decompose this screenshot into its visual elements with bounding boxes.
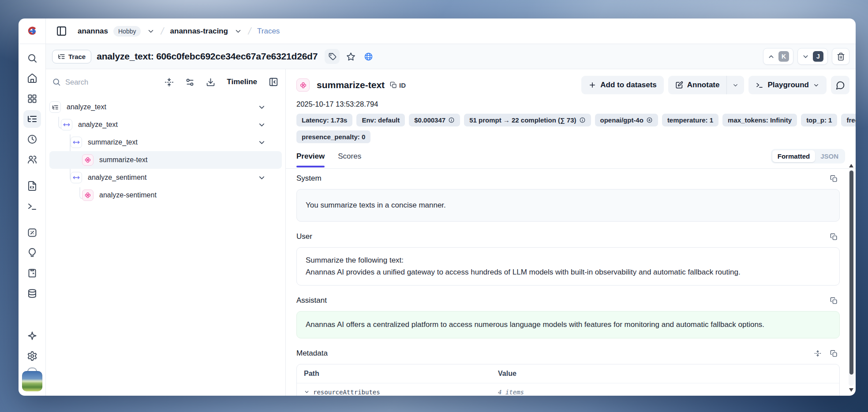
top-p-badge: top_p: 1	[801, 114, 837, 126]
project-switcher-button[interactable]	[234, 27, 242, 35]
tags-button[interactable]	[325, 49, 340, 64]
scrollbar-thumb[interactable]	[849, 171, 853, 375]
globe-icon	[364, 52, 373, 61]
collapse-panel-button[interactable]	[269, 77, 278, 87]
rail-search-button[interactable]	[23, 49, 41, 67]
chevron-down-icon	[147, 27, 155, 35]
copy-metadata-button[interactable]	[827, 347, 840, 360]
shortcut-key-badge: K	[778, 51, 789, 62]
next-trace-button[interactable]: J	[797, 48, 828, 65]
breadcrumb-traces-link[interactable]: Traces	[257, 27, 280, 36]
home-icon	[27, 73, 37, 84]
collapse-node-button[interactable]	[258, 103, 266, 111]
rail-tracing-button[interactable]	[23, 110, 41, 128]
format-json-option[interactable]: JSON	[815, 150, 844, 162]
scroll-up-arrow[interactable]	[849, 163, 853, 169]
edit-square-icon	[675, 81, 683, 89]
chevron-down-icon	[258, 103, 266, 111]
rail-annotation-queues-button[interactable]	[23, 264, 41, 282]
add-to-datasets-button[interactable]: Add to datasets	[581, 76, 664, 94]
bookmark-star-button[interactable]	[344, 50, 357, 63]
tree-node-generation[interactable]: analyze-sentiment	[49, 186, 282, 204]
chevron-down-icon	[304, 389, 310, 395]
rail-datasets-button[interactable]	[23, 285, 41, 302]
badge-row: presence_penalty: 0	[296, 130, 856, 143]
project-name[interactable]: anannas-tracing	[170, 27, 228, 36]
vertical-scrollbar[interactable]	[848, 163, 854, 393]
metadata-table: Path Value resourceAttributes 4 items	[296, 364, 840, 396]
sidebar-toggle-button[interactable]	[54, 24, 69, 39]
collapse-all-button[interactable]	[165, 78, 174, 87]
tree-node-span[interactable]: analyze_sentiment	[49, 169, 282, 186]
collapse-node-button[interactable]	[258, 121, 266, 129]
copy-user-button[interactable]	[827, 230, 840, 243]
comments-button[interactable]	[831, 76, 849, 94]
message-bubble-icon	[836, 81, 845, 90]
chevron-down-icon	[258, 138, 266, 147]
collapse-node-button[interactable]	[258, 138, 266, 147]
tree-search-input[interactable]	[65, 78, 123, 86]
frequency-penalty-badge: frequency_penalty: 0	[841, 114, 856, 126]
tree-search[interactable]	[52, 78, 153, 86]
tag-icon	[328, 52, 337, 61]
rail-playground-button[interactable]	[23, 197, 41, 215]
collapse-node-button[interactable]	[258, 174, 266, 182]
metadata-row-group[interactable]: resourceAttributes 4 items	[297, 383, 839, 396]
tokens-badge[interactable]: 51 prompt → 22 completion (∑ 73)	[464, 114, 591, 126]
metadata-col-value: Value	[498, 370, 832, 378]
generation-icon	[82, 154, 94, 166]
rail-upgrade-button[interactable]	[23, 327, 41, 345]
system-message-text: You summarize texts in a concise manner.	[306, 201, 446, 209]
public-share-button[interactable]	[362, 50, 375, 63]
tree-node-span[interactable]: summarize_text	[49, 134, 282, 151]
tree-node-span[interactable]: analyze_text	[49, 116, 282, 134]
prev-trace-button[interactable]: K	[763, 48, 793, 65]
breadcrumb-separator: /	[246, 26, 253, 37]
span-icon	[71, 137, 82, 148]
database-icon	[27, 288, 37, 299]
percent-square-icon	[27, 227, 37, 238]
app-logo[interactable]	[19, 19, 46, 44]
annotate-dropdown-button[interactable]	[726, 76, 744, 94]
detail-header: summarize-text ID Add to datasets	[286, 69, 856, 95]
format-formatted-option[interactable]: Formatted	[772, 150, 815, 162]
tree-node-trace[interactable]: analyze_text	[49, 98, 282, 116]
detail-scroll-area[interactable]: System You summarize texts in a concise …	[286, 169, 856, 396]
rail-evaluation-button[interactable]	[23, 224, 41, 241]
org-switcher-button[interactable]	[147, 27, 155, 35]
cost-badge[interactable]: $0.000347	[409, 114, 460, 126]
tree-node-generation-selected[interactable]: summarize-text	[49, 151, 282, 169]
org-name[interactable]: anannas	[78, 27, 108, 36]
rail-insights-button[interactable]	[23, 244, 41, 262]
system-message-box: You summarize texts in a concise manner.	[296, 189, 840, 222]
model-badge[interactable]: openai/gpt-4o	[595, 114, 658, 126]
rail-settings-button[interactable]	[23, 347, 41, 365]
delete-trace-button[interactable]	[832, 48, 849, 65]
icon-rail	[19, 44, 46, 396]
timeline-toggle[interactable]: Timeline	[227, 78, 257, 86]
copy-id-button[interactable]: ID	[390, 82, 406, 89]
plus-circle-icon	[646, 117, 653, 123]
star-icon	[346, 52, 355, 61]
rail-prompts-button[interactable]	[23, 177, 41, 195]
rail-sessions-button[interactable]	[23, 130, 41, 148]
scroll-down-arrow[interactable]	[849, 387, 853, 393]
annotate-button[interactable]: Annotate	[668, 76, 727, 94]
scrollbar-track[interactable]	[849, 170, 854, 386]
rail-users-button[interactable]	[23, 151, 41, 168]
download-button[interactable]	[206, 78, 215, 87]
expand-metadata-button[interactable]	[812, 347, 824, 360]
fold-vertical-icon	[165, 78, 174, 87]
user-avatar[interactable]	[22, 371, 42, 391]
rail-home-button[interactable]	[23, 70, 41, 87]
tree-settings-button[interactable]	[185, 78, 195, 87]
detail-tabs: Preview Scores Formatted JSON	[286, 148, 856, 169]
copy-system-button[interactable]	[827, 172, 840, 185]
tab-preview[interactable]: Preview	[296, 149, 325, 167]
gear-icon	[27, 351, 37, 361]
rail-dashboard-button[interactable]	[23, 90, 41, 108]
tab-scores[interactable]: Scores	[338, 149, 361, 167]
copy-assistant-button[interactable]	[827, 294, 840, 307]
assistant-label: Assistant	[296, 296, 327, 305]
playground-button[interactable]: Playground	[748, 76, 827, 94]
